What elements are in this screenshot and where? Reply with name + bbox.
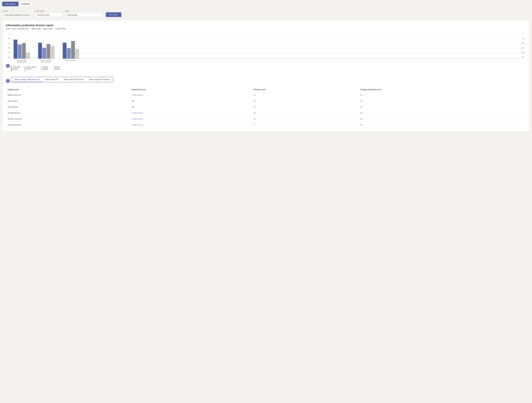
assign-license-link-4[interactable]: Assign license [132,118,143,120]
report-filter-group: Report Information protection license ▾ [3,10,32,17]
col-header-required-license: Required license [130,87,252,92]
apps-filter-group: Apps Archival app [65,10,103,17]
bar-3-1 [63,43,67,59]
report-card: Information protection license report Au… [3,20,529,131]
cell-notification-sent-2: 10 [359,104,526,110]
y-axis-right: 500 400 300 200 100 0 [521,33,526,58]
cell-attempt-count-1: 13 [252,98,359,104]
cell-notification-sent-4: 10 [359,116,526,122]
legend-item-4: Utilizedcapacity [52,66,60,71]
date-range-value: Current month [37,14,49,16]
report-date-range-end: Aug 30, 2021 [55,28,66,30]
report-label: Report [3,10,32,12]
cell-required-license-1: Yes [130,98,252,104]
date-range-input[interactable]: Current month [35,13,63,17]
table-row: Jazmine SimmonsAssign license1110 [6,116,526,122]
date-range-filter-group: Date range Current month [35,10,63,17]
legend-color-3 [41,66,41,71]
chart-wrapper: 30k 24k 18k 12k 6k 0 [6,33,526,63]
run-report-button[interactable]: Run report [106,12,121,17]
legend-item-1: Users withlicense [11,66,20,71]
tab-teams-change-notification[interactable]: Teams change notification API [11,77,42,82]
y-axis-left: 30k 24k 18k 12k 6k 0 [6,33,11,58]
assign-license-link-5[interactable]: Assign license [132,124,143,126]
y-right-label-1: 100 [522,38,526,39]
apps-value: Archival app [67,14,77,16]
assign-license-link-0[interactable]: Assign license [132,94,143,96]
report-time-generated: 11:59 am (PT) [17,28,28,30]
view-reports-button[interactable]: View reports [2,2,19,6]
cell-required-license-2: Yes [130,104,252,110]
legend-color-1 [11,66,12,71]
report-title: Information protection license report [6,24,526,27]
chart-legend: Users withlicense Users withoutlicense S… [11,66,60,71]
cell-required-license-5[interactable]: Assign license [130,122,252,128]
cell-attempt-count-2: 12 [252,104,359,110]
chart-plot: Teams change notification API Teams expo… [11,33,521,63]
y-right-label-2: 200 [522,42,526,44]
tab-teams-export-teams[interactable]: Teams export APIs (teams) [86,77,113,82]
report-select[interactable]: Information protection license ▾ [3,13,32,17]
cell-attempt-count-3: 20 [252,110,359,116]
report-date-range-label: Date range: [32,28,41,30]
report-meta: Aug 7, 2021 11:59 am (PT) | Date range: … [6,28,526,30]
y-right-label-0: 0 [522,33,526,35]
y-right-label-4: 400 [522,52,526,53]
table-row: Krystal McKinneyAssign license410 [6,122,526,128]
y-left-label-3: 18k [6,47,10,49]
bar-group-2 [38,43,55,59]
bar-1-3 [22,43,26,59]
report-select-value: Information protection license [5,14,29,16]
col-header-notification-sent: Change notification sent [359,87,526,92]
y-right-label-3: 300 [522,47,526,49]
legend-label-2: Users withoutlicense [26,66,36,70]
legend-color-2 [25,66,25,71]
download-button[interactable]: Download [19,2,32,6]
chevron-down-icon: ▾ [30,14,31,16]
cell-display-name-3: Danielle Booker [6,110,130,116]
y-left-label-0: 0 [6,33,10,35]
bar-2-3 [47,44,50,59]
cell-notification-sent-3: 10 [359,110,526,116]
report-date-range-start: Aug 1, 2021 [43,28,52,30]
bar-3-2 [67,48,71,59]
legend-label-3: Seededcapacity [42,66,48,70]
cell-display-name-0: Babak Shammas [6,92,130,98]
cell-required-license-0[interactable]: Assign license [130,92,252,98]
bar-3-3 [71,41,75,59]
legend-color-4 [52,66,53,71]
cell-required-license-4[interactable]: Assign license [130,116,252,122]
bars-inline-3 [63,41,79,59]
tab-teams-export-chat[interactable]: Teams export APIs (chat) [61,77,86,82]
table-row: Roy AppletonYes1210 [6,104,526,110]
x-label-2: Teams export API(chat + teams) [38,60,54,63]
tab-teams-patch[interactable]: Teams patch API [42,77,61,82]
bar-1-1 [13,40,17,59]
bar-2-4 [51,46,55,59]
bars-and-grid [11,33,521,59]
cell-display-name-2: Roy Appleton [6,104,130,110]
bar-2-1 [38,43,42,59]
top-bar: View reports Download [0,0,532,8]
bar-group-1 [13,40,30,59]
assign-license-link-3[interactable]: Assign license [132,112,143,114]
cell-attempt-count-5: 4 [252,122,359,128]
apps-input[interactable]: Archival app [65,13,103,17]
x-labels-row: Teams change notification API Teams expo… [11,59,521,63]
cell-display-name-5: Krystal McKinney [6,122,130,128]
y-right-label-5: 500 [522,57,526,58]
legend-label-1: Users withlicense [13,66,20,70]
cell-notification-sent-0: 10 [359,92,526,98]
cell-notification-sent-1: 10 [359,98,526,104]
bar-1-2 [18,45,22,59]
date-range-label: Date range [35,10,63,12]
step-row-8: 8 Users withlicense Users withoutlicense… [6,64,526,75]
bars-inline-2 [38,43,55,59]
table-header-row: Display name ↓ Required license Attempt … [6,87,526,92]
table-row: Babak ShammasAssign license1210 [6,92,526,98]
bars-inline-1 [13,40,30,59]
cell-required-license-3[interactable]: Assign license [130,110,252,116]
step-badge-8: 8 [6,64,10,68]
y-left-label-5: 30k [6,57,10,58]
sort-icon-display-name[interactable]: ↓ [20,89,21,90]
